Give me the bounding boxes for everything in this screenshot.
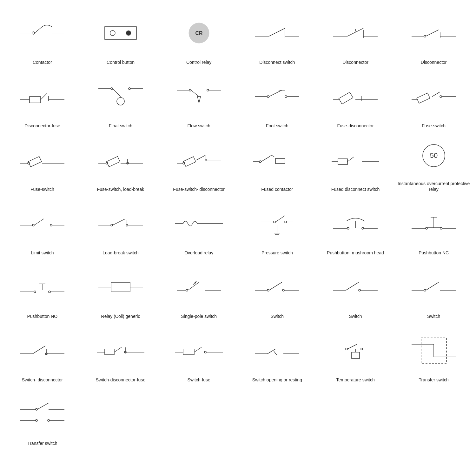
symbol-single-pole-switch: Single-pole switch (160, 260, 238, 324)
svg-line-53 (432, 92, 440, 97)
svg-line-25 (41, 93, 47, 100)
symbol-disconnector-fuse: Disconnector-fuse (3, 70, 82, 133)
label-switch-disconnector: Switch- disconnector (22, 377, 63, 383)
symbol-instantaneous-overcurrent: 50 Instantaneous overcurrent protective … (394, 133, 473, 197)
symbol-switch-disconnector-fuse: Switch-disconnector-fuse (82, 324, 160, 387)
svg-line-135 (269, 282, 282, 290)
symbol-flow-switch: Flow switch (160, 70, 238, 133)
symbol-fused-contactor: Fused contactor (238, 133, 316, 197)
svg-line-100 (275, 216, 285, 222)
svg-line-76 (261, 157, 269, 162)
symbol-foot-switch: Foot switch (238, 70, 316, 133)
svg-point-171 (361, 348, 363, 350)
svg-line-2 (35, 27, 42, 33)
svg-line-168 (347, 344, 357, 349)
label-fuse-switch-2: Fuse-switch (30, 186, 54, 192)
symbol-pressure-switch: Pressure switch (238, 197, 316, 260)
symbol-fuse-switch-loadbreak: Fuse-switch, load-break (82, 133, 160, 197)
symbol-fuse-switch-2: Fuse-switch (3, 133, 82, 197)
label-pressure-switch: Pressure switch (261, 250, 293, 256)
svg-point-31 (117, 97, 124, 105)
label-contactor: Contactor (33, 59, 52, 65)
symbol-pushbutton-no: Pushbutton NO (3, 260, 82, 324)
svg-line-129 (188, 282, 199, 290)
label-disconnect-switch: Disconnect switch (259, 59, 295, 65)
label-switch-disconnector-fuse: Switch-disconnector-fuse (96, 377, 145, 383)
label-fused-disconnect-switch: Fused disconnect switch (331, 186, 380, 192)
svg-line-147 (33, 346, 45, 354)
svg-line-10 (269, 28, 285, 36)
svg-line-36 (191, 90, 199, 97)
symbol-switch-3: Switch (394, 260, 473, 324)
label-relay-coil: Relay (Coil) generic (101, 313, 140, 319)
symbol-fuse-switch-1: Fuse-switch (394, 70, 473, 133)
label-disconnector-2: Disconnector (421, 59, 447, 65)
label-transfer-switch-2: Transfer switch (27, 440, 57, 446)
label-fused-contactor: Fused contactor (261, 186, 293, 192)
svg-rect-158 (183, 349, 194, 355)
label-limit-switch: Limit switch (31, 250, 54, 256)
svg-line-144 (426, 282, 439, 290)
svg-line-87 (34, 219, 44, 225)
symbol-overload-relay: Overload relay (160, 197, 238, 260)
svg-point-5 (110, 30, 115, 36)
label-fuse-disconnector: Fuse-disconnector (337, 123, 374, 129)
svg-line-159 (194, 347, 202, 352)
svg-line-92 (113, 219, 125, 225)
svg-point-54 (440, 96, 442, 97)
symbol-pushbutton-nc: Pushbutton NC (394, 197, 473, 260)
svg-rect-62 (107, 157, 120, 167)
symbol-relay-coil: Relay (Coil) generic (82, 260, 160, 324)
svg-line-81 (347, 157, 354, 162)
symbol-float-switch: Float switch (82, 70, 160, 133)
label-pushbutton-mushroom: Pushbutton, mushroom head (327, 250, 384, 256)
svg-rect-169 (352, 352, 360, 359)
svg-point-140 (359, 289, 360, 291)
svg-line-164 (274, 351, 277, 355)
label-instantaneous-overcurrent: Instantaneous overcurrent protective rel… (396, 181, 471, 192)
label-switch-1: Switch (271, 313, 284, 319)
symbol-fused-disconnect-switch: Fused disconnect switch (316, 133, 395, 197)
symbol-transfer-switch-2: Transfer switch (3, 387, 82, 451)
label-flow-switch: Flow switch (187, 123, 210, 129)
label-fuse-switch-loadbreak: Fuse-switch, load-break (97, 186, 144, 192)
svg-point-116 (440, 227, 442, 229)
svg-point-185 (48, 419, 50, 421)
label-disconnector-1: Disconnector (342, 59, 368, 65)
label-pushbutton-no: Pushbutton NO (27, 313, 57, 319)
symbol-disconnect-switch: Disconnect switch (238, 6, 316, 70)
svg-rect-58 (28, 157, 42, 167)
symbol-control-button: Control button (82, 6, 160, 70)
symbols-grid: Contactor Control button CR Control rela… (0, 0, 476, 457)
svg-point-88 (50, 224, 52, 226)
label-switch-fuse: Switch-fuse (187, 377, 210, 383)
symbol-pushbutton-mushroom: Pushbutton, mushroom head (316, 197, 395, 260)
symbol-switch-1: Switch (238, 260, 316, 324)
symbol-disconnector-1: Disconnector (316, 6, 395, 70)
label-temperature-switch: Temperature switch (336, 377, 374, 383)
symbol-temperature-switch: Temperature switch (316, 324, 395, 387)
svg-rect-124 (111, 282, 130, 292)
svg-rect-47 (339, 92, 353, 104)
symbol-load-break-switch: Load-break switch (82, 197, 160, 260)
svg-point-44 (285, 96, 287, 97)
svg-line-42 (269, 90, 282, 97)
svg-rect-77 (275, 158, 285, 164)
symbol-switch-fuse: Switch-fuse (160, 324, 238, 387)
symbol-switch-disconnector: Switch- disconnector (3, 324, 82, 387)
symbol-fuse-disconnector: Fuse-disconnector (316, 70, 395, 133)
svg-line-20 (426, 30, 439, 36)
svg-point-136 (282, 289, 284, 291)
label-disconnector-fuse: Disconnector-fuse (24, 123, 60, 129)
svg-point-38 (207, 89, 209, 91)
svg-point-122 (49, 291, 50, 293)
label-float-switch: Float switch (109, 123, 132, 129)
symbol-disconnector-2: Disconnector (394, 6, 473, 70)
svg-text:50: 50 (430, 151, 437, 159)
svg-rect-80 (338, 159, 347, 164)
svg-line-153 (114, 347, 122, 352)
svg-marker-37 (197, 97, 201, 103)
symbol-fuse-switch-disconnector: Fuse-switch- disconnector (160, 133, 238, 197)
symbol-control-relay: CR Control relay (160, 6, 238, 70)
label-load-break-switch: Load-break switch (102, 250, 139, 256)
